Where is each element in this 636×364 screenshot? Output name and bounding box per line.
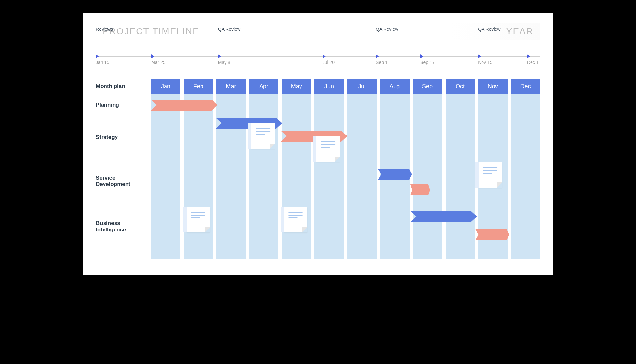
gantt-cell xyxy=(478,94,508,116)
gantt-cell xyxy=(413,94,442,116)
milestone-date: Sep 17 xyxy=(420,60,434,65)
milestone-top-label: Reviews xyxy=(96,27,113,32)
gantt-cell xyxy=(151,159,180,204)
month-header: Oct xyxy=(446,79,475,94)
month-plan-label: Month plan xyxy=(96,79,148,94)
gantt-cell xyxy=(413,204,442,249)
gantt-cell xyxy=(446,159,475,204)
milestones-strip: ReviewsJan 15Mar 25QA ReviewMay 8Jul 20Q… xyxy=(96,47,540,69)
gantt-cell xyxy=(184,204,213,249)
gantt-cell xyxy=(314,249,344,259)
gantt-cell xyxy=(511,116,540,159)
milestone-date: Nov 15 xyxy=(478,60,492,65)
milestone-top-label: QA Review xyxy=(376,27,398,32)
milestone-date: Mar 25 xyxy=(151,60,165,65)
gantt-cell xyxy=(347,116,377,159)
milestone-arrow-icon xyxy=(96,54,99,58)
gantt-cell xyxy=(151,116,180,159)
gantt-cell xyxy=(314,94,344,116)
gantt-cell xyxy=(446,204,475,249)
month-header: Jun xyxy=(314,79,344,94)
gantt-cell xyxy=(347,249,377,259)
milestone-arrow-icon xyxy=(527,54,530,58)
gantt-cell xyxy=(282,94,311,116)
milestone-date: Sep 1 xyxy=(376,60,388,65)
gantt-cell xyxy=(413,159,442,204)
gantt-cell xyxy=(446,94,475,116)
gantt-cell xyxy=(347,94,377,116)
gantt-cell xyxy=(446,116,475,159)
milestone-line xyxy=(96,56,540,57)
gantt-cell xyxy=(314,116,344,159)
month-header: Dec xyxy=(511,79,540,94)
gantt-cell xyxy=(151,94,180,116)
title-bar: PROJECT TIMELINE YEAR xyxy=(96,23,540,40)
gantt-cell xyxy=(151,249,180,259)
gantt-cell xyxy=(249,204,279,249)
gantt-cell xyxy=(347,204,377,249)
gantt-cell xyxy=(184,249,213,259)
row-label-business: Business Intelligence xyxy=(96,204,148,249)
gantt-cell xyxy=(478,249,508,259)
gantt-cell xyxy=(249,116,279,159)
gantt-cell xyxy=(413,116,442,159)
milestone-arrow-icon xyxy=(478,54,481,58)
gantt-cell xyxy=(478,204,508,249)
milestone-arrow-icon xyxy=(218,54,221,58)
gantt-cell xyxy=(249,249,279,259)
row-label-service: Service Development xyxy=(96,159,148,204)
gantt-cell xyxy=(282,159,311,204)
gantt-cell xyxy=(184,159,213,204)
year-label: YEAR xyxy=(506,26,533,37)
gantt-cell xyxy=(380,116,410,159)
month-header: Nov xyxy=(478,79,508,94)
gantt-cell xyxy=(216,204,246,249)
gantt-cell xyxy=(347,159,377,204)
row-label-strategy: Strategy xyxy=(96,116,148,159)
gantt-cell xyxy=(282,204,311,249)
gantt-cell xyxy=(478,116,508,159)
gantt-cell xyxy=(380,159,410,204)
gantt-cell xyxy=(314,159,344,204)
milestone-date: Dec 1 xyxy=(527,60,539,65)
month-header: Sep xyxy=(413,79,442,94)
row-label-pad xyxy=(96,249,148,259)
gantt-cell xyxy=(184,116,213,159)
gantt-cell xyxy=(249,94,279,116)
gantt-cell xyxy=(151,204,180,249)
milestone-date: Jan 15 xyxy=(96,60,109,65)
gantt-cell xyxy=(216,159,246,204)
month-header: Apr xyxy=(249,79,279,94)
gantt-grid: Month plan Jan Feb Mar Apr May Jun Jul A… xyxy=(96,79,540,259)
timeline-frame: PROJECT TIMELINE YEAR ReviewsJan 15Mar 2… xyxy=(83,13,553,275)
gantt-cell xyxy=(282,116,311,159)
gantt-cell xyxy=(511,94,540,116)
gantt-cell xyxy=(511,204,540,249)
gantt-cell xyxy=(282,249,311,259)
month-header: Jul xyxy=(347,79,377,94)
milestone-arrow-icon xyxy=(420,54,423,58)
gantt-cell xyxy=(249,159,279,204)
milestone-arrow-icon xyxy=(323,54,326,58)
gantt-cell xyxy=(184,94,213,116)
milestone-top-label: QA Review xyxy=(478,27,500,32)
gantt-cell xyxy=(216,249,246,259)
gantt-cell xyxy=(380,204,410,249)
gantt-cell xyxy=(413,249,442,259)
gantt-cell xyxy=(380,249,410,259)
month-header: Aug xyxy=(380,79,410,94)
milestone-date: May 8 xyxy=(218,60,230,65)
milestone-arrow-icon xyxy=(151,54,154,58)
milestone-date: Jul 20 xyxy=(323,60,335,65)
gantt-cell xyxy=(216,94,246,116)
gantt-cell xyxy=(380,94,410,116)
gantt-cell xyxy=(216,116,246,159)
month-header: Mar xyxy=(216,79,246,94)
gantt-cell xyxy=(511,249,540,259)
gantt-cell xyxy=(478,159,508,204)
month-header: Jan xyxy=(151,79,180,94)
milestone-arrow-icon xyxy=(376,54,379,58)
page-title: PROJECT TIMELINE xyxy=(103,26,200,37)
month-header: Feb xyxy=(184,79,213,94)
gantt-cell xyxy=(314,204,344,249)
